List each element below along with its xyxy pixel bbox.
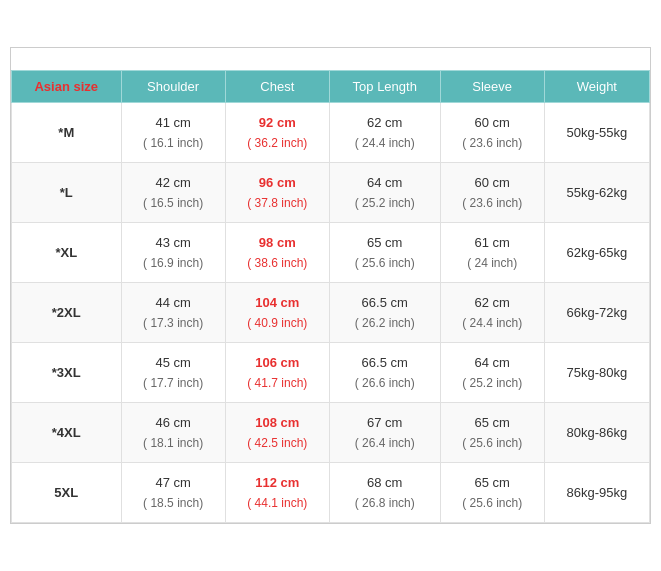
- jacket-size-table: Asian size Shoulder Chest Top Length Sle…: [10, 47, 651, 524]
- shoulder-cell: 47 cm( 18.5 inch): [121, 463, 225, 523]
- top-length-cell: 64 cm( 25.2 inch): [329, 163, 440, 223]
- weight-cell: 86kg-95kg: [544, 463, 649, 523]
- chest-cell: 92 cm( 36.2 inch): [225, 103, 329, 163]
- size-cell: *M: [12, 103, 122, 163]
- sleeve-cell: 62 cm( 24.4 inch): [440, 283, 544, 343]
- chest-cell: 98 cm( 38.6 inch): [225, 223, 329, 283]
- top-length-cell: 65 cm( 25.6 inch): [329, 223, 440, 283]
- top-length-cell: 68 cm( 26.8 inch): [329, 463, 440, 523]
- sleeve-cell: 65 cm( 25.6 inch): [440, 403, 544, 463]
- size-cell: *XL: [12, 223, 122, 283]
- header-asian-size: Asian size: [12, 71, 122, 103]
- weight-cell: 80kg-86kg: [544, 403, 649, 463]
- sleeve-cell: 60 cm( 23.6 inch): [440, 103, 544, 163]
- shoulder-cell: 44 cm( 17.3 inch): [121, 283, 225, 343]
- header-shoulder: Shoulder: [121, 71, 225, 103]
- sleeve-cell: 64 cm( 25.2 inch): [440, 343, 544, 403]
- size-cell: *4XL: [12, 403, 122, 463]
- table-row: *L42 cm( 16.5 inch)96 cm( 37.8 inch)64 c…: [12, 163, 650, 223]
- top-length-cell: 62 cm( 24.4 inch): [329, 103, 440, 163]
- table-row: 5XL47 cm( 18.5 inch)112 cm( 44.1 inch)68…: [12, 463, 650, 523]
- header-weight: Weight: [544, 71, 649, 103]
- shoulder-cell: 46 cm( 18.1 inch): [121, 403, 225, 463]
- table-row: *XL43 cm( 16.9 inch)98 cm( 38.6 inch)65 …: [12, 223, 650, 283]
- sleeve-cell: 65 cm( 25.6 inch): [440, 463, 544, 523]
- size-cell: *L: [12, 163, 122, 223]
- table-row: *4XL46 cm( 18.1 inch)108 cm( 42.5 inch)6…: [12, 403, 650, 463]
- weight-cell: 75kg-80kg: [544, 343, 649, 403]
- shoulder-cell: 41 cm( 16.1 inch): [121, 103, 225, 163]
- table-row: *3XL45 cm( 17.7 inch)106 cm( 41.7 inch)6…: [12, 343, 650, 403]
- chest-cell: 106 cm( 41.7 inch): [225, 343, 329, 403]
- table-title: [11, 48, 650, 70]
- header-chest: Chest: [225, 71, 329, 103]
- size-cell: *3XL: [12, 343, 122, 403]
- table-row: *2XL44 cm( 17.3 inch)104 cm( 40.9 inch)6…: [12, 283, 650, 343]
- weight-cell: 66kg-72kg: [544, 283, 649, 343]
- shoulder-cell: 42 cm( 16.5 inch): [121, 163, 225, 223]
- table-row: *M41 cm( 16.1 inch)92 cm( 36.2 inch)62 c…: [12, 103, 650, 163]
- top-length-cell: 66.5 cm( 26.2 inch): [329, 283, 440, 343]
- chest-cell: 96 cm( 37.8 inch): [225, 163, 329, 223]
- weight-cell: 55kg-62kg: [544, 163, 649, 223]
- sleeve-cell: 60 cm( 23.6 inch): [440, 163, 544, 223]
- top-length-cell: 67 cm( 26.4 inch): [329, 403, 440, 463]
- top-length-cell: 66.5 cm( 26.6 inch): [329, 343, 440, 403]
- header-row: Asian size Shoulder Chest Top Length Sle…: [12, 71, 650, 103]
- chest-cell: 104 cm( 40.9 inch): [225, 283, 329, 343]
- size-cell: *2XL: [12, 283, 122, 343]
- sleeve-cell: 61 cm( 24 inch): [440, 223, 544, 283]
- header-top-length: Top Length: [329, 71, 440, 103]
- chest-cell: 108 cm( 42.5 inch): [225, 403, 329, 463]
- header-sleeve: Sleeve: [440, 71, 544, 103]
- size-cell: 5XL: [12, 463, 122, 523]
- chest-cell: 112 cm( 44.1 inch): [225, 463, 329, 523]
- weight-cell: 50kg-55kg: [544, 103, 649, 163]
- shoulder-cell: 43 cm( 16.9 inch): [121, 223, 225, 283]
- weight-cell: 62kg-65kg: [544, 223, 649, 283]
- shoulder-cell: 45 cm( 17.7 inch): [121, 343, 225, 403]
